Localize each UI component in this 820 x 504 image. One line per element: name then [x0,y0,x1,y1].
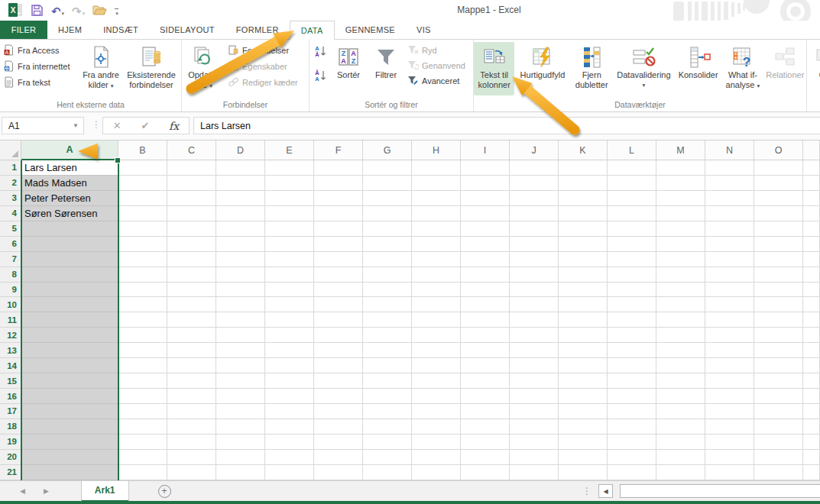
cell-L9[interactable] [608,283,656,298]
cell-E14[interactable] [265,358,314,373]
insert-function-icon[interactable]: fx [169,120,179,132]
datavalidering-button[interactable]: Datavalidering ▾ [613,42,675,95]
cell-N2[interactable] [705,176,754,191]
cell-H18[interactable] [412,419,461,435]
cell-H16[interactable] [412,389,461,404]
cell-G8[interactable] [363,267,412,283]
tab-data[interactable]: DATA [290,21,335,40]
row-header-9[interactable]: 9 [0,283,21,298]
cell-L21[interactable] [608,465,656,480]
cell-G15[interactable] [363,373,412,389]
cell-E15[interactable] [265,373,314,389]
cell-L12[interactable] [608,328,656,343]
cell-F20[interactable] [314,450,363,465]
column-header-A[interactable]: A [21,141,118,160]
cell-B11[interactable] [118,312,167,328]
cancel-icon[interactable]: ✕ [113,120,122,131]
cell-D18[interactable] [216,419,265,435]
cell-F12[interactable] [314,328,363,343]
row-header-2[interactable]: 2 [0,176,21,191]
cell-B10[interactable] [118,297,167,312]
cell-K12[interactable] [559,328,608,343]
undo-button[interactable]: ↶▾ [51,4,64,19]
cell-N8[interactable] [705,267,754,283]
cell-D14[interactable] [216,358,265,373]
cell-E10[interactable] [265,297,314,312]
cell-K1[interactable] [559,160,608,176]
cell-L15[interactable] [608,373,656,389]
cell-J19[interactable] [510,435,559,450]
cell-K10[interactable] [559,297,608,312]
cell-A11[interactable] [21,312,118,328]
cell-E16[interactable] [265,389,314,404]
cell-N5[interactable] [705,221,754,237]
cell-K6[interactable] [559,237,608,252]
cell-A10[interactable] [21,297,118,312]
cell-I2[interactable] [461,176,510,191]
cell-C20[interactable] [167,450,216,465]
cell-H8[interactable] [412,267,461,283]
cell-D15[interactable] [216,373,265,389]
row-header-4[interactable]: 4 [0,206,21,221]
cell-E5[interactable] [265,221,314,237]
fra-andre-kilder-button[interactable]: Fra andre kilder ▾ [79,42,122,95]
cell-C15[interactable] [167,373,216,389]
cell-J5[interactable] [510,221,559,237]
cell-O19[interactable] [754,435,803,450]
cell-M10[interactable] [656,297,705,312]
cell-B6[interactable] [118,237,167,252]
cell-D19[interactable] [216,435,265,450]
tekst-til-kolonner-button[interactable]: Tekst til kolonner [474,42,514,95]
row-header-1[interactable]: 1 [0,160,21,176]
cell-C19[interactable] [167,435,216,450]
cell-I18[interactable] [461,419,510,435]
scrollbar-splitter[interactable]: ⋮ [582,486,592,496]
cell-L13[interactable] [608,343,656,358]
cell-I5[interactable] [461,221,510,237]
cell-A16[interactable] [21,389,118,404]
cell-D1[interactable] [216,160,265,176]
cell-C12[interactable] [167,328,216,343]
cell-I1[interactable] [461,160,510,176]
cell-O4[interactable] [754,206,803,221]
cell-F2[interactable] [314,176,363,191]
cell-B4[interactable] [118,206,167,221]
cell-K4[interactable] [559,206,608,221]
cell-I21[interactable] [461,465,510,480]
hurtigudfyld-button[interactable]: Hurtigudfyld [514,42,570,95]
cell-O2[interactable] [754,176,803,191]
cell-F15[interactable] [314,373,363,389]
cell-C1[interactable] [167,160,216,176]
cell-C16[interactable] [167,389,216,404]
cell-D4[interactable] [216,206,265,221]
cell-E6[interactable] [265,237,314,252]
row-header-19[interactable]: 19 [0,435,21,450]
redo-button[interactable]: ↷▾ [72,4,85,19]
cell-O6[interactable] [754,237,803,252]
cell-L14[interactable] [608,358,656,373]
cell-L10[interactable] [608,297,656,312]
cell-I10[interactable] [461,297,510,312]
scroll-left-button[interactable]: ◀ [598,484,613,498]
cell-O18[interactable] [754,419,803,435]
cell-G4[interactable] [363,206,412,221]
formula-input[interactable]: Lars Larsen [193,117,820,134]
cell-B19[interactable] [118,435,167,450]
cell-A5[interactable] [21,221,118,237]
cell-A12[interactable] [21,328,118,343]
relationer-button[interactable]: Relationer [764,42,806,95]
cell-H19[interactable] [412,435,461,450]
row-header-18[interactable]: 18 [0,419,21,435]
cell-G13[interactable] [363,343,412,358]
cell-L17[interactable] [608,404,656,419]
cell-E4[interactable] [265,206,314,221]
cell-B18[interactable] [118,419,167,435]
cell-N10[interactable] [705,297,754,312]
column-header-C[interactable]: C [167,141,216,160]
cell-M17[interactable] [656,404,705,419]
formula-bar-splitter[interactable]: ⋮ [92,119,101,130]
cell-F11[interactable] [314,312,363,328]
cell-F9[interactable] [314,283,363,298]
cell-A18[interactable] [21,419,118,435]
cell-C3[interactable] [167,191,216,206]
